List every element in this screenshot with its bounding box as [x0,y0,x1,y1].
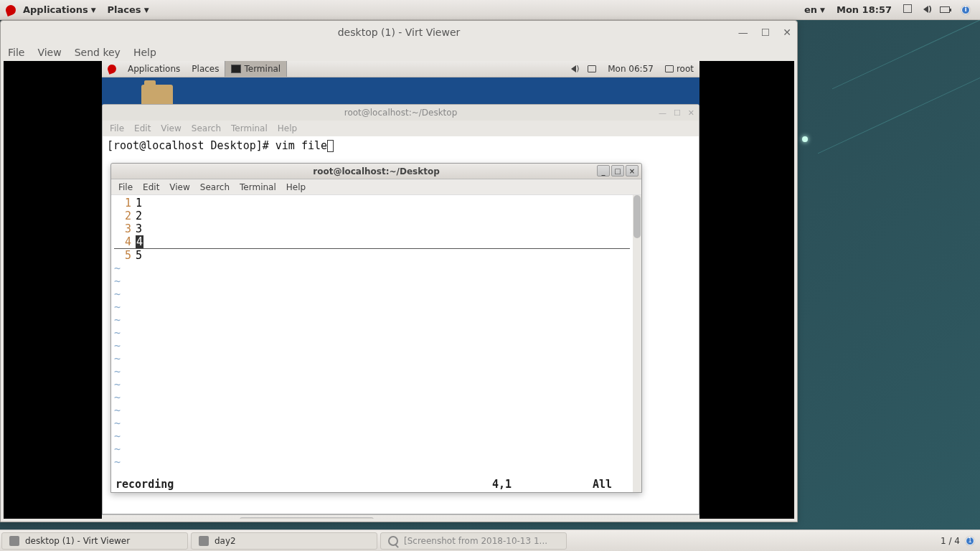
virt-viewer-icon [9,536,19,546]
host-taskbar: desktop (1) - Virt Viewer day2 [Screensh… [0,529,980,551]
host-task-item[interactable]: desktop (1) - Virt Viewer [1,532,188,550]
chevron-down-icon: ▼ [820,6,825,14]
vim-line: 33 [114,222,630,235]
task-label: desktop (1) - Virt Viewer [25,536,130,546]
guest-places-menu[interactable]: Places [186,61,225,77]
close-button[interactable]: ✕ [688,108,694,118]
vim-tilde: ~ [114,262,630,275]
menu-sendkey[interactable]: Send key [75,47,121,58]
guest-task-item[interactable]: root@localhost:~/Desktop [103,517,237,519]
guest-top-panel: Applications Places Terminal Mon 06:57 r… [102,61,699,77]
term1-titlebar[interactable]: root@localhost:~/Desktop — ☐ ✕ [103,105,699,121]
monitor-icon [665,65,674,72]
menu-edit[interactable]: Edit [143,182,159,192]
menu-help[interactable]: Help [278,123,297,133]
app-icon [199,536,209,546]
task-label: [Screenshot from 2018-10-13 1... [404,536,547,546]
guest-volume-icon[interactable] [565,61,582,77]
cursor-icon [327,140,334,152]
vim-line-cursor: 44 [114,235,630,249]
menu-terminal[interactable]: Terminal [240,182,276,192]
vim-tilde: ~ [114,314,630,326]
window-title: desktop (1) - Virt Viewer [338,27,461,38]
user-menu[interactable]: i [957,6,974,14]
minimize-button[interactable]: _ [597,165,610,176]
menu-search[interactable]: Search [192,123,221,133]
vim-tilde: ~ [114,288,630,301]
workspace-icon: 1 [966,537,974,545]
vim-tilde: ~ [114,301,630,314]
window-title: root@localhost:~/Desktop [313,166,440,176]
menu-help[interactable]: Help [133,47,156,58]
vim-cursor: 4 [136,235,143,248]
image-viewer-icon [388,536,398,546]
minimize-button[interactable]: — [738,27,748,38]
vim-tilde: ~ [114,365,630,378]
window-title: root@localhost:~/Desktop [344,108,458,118]
menu-edit[interactable]: Edit [134,123,151,133]
terminal-icon [231,65,241,73]
close-button[interactable]: ✕ [783,27,791,38]
host-applications-menu[interactable]: Applications ▼ [19,2,100,17]
host-workspace-indicator[interactable]: 1 / 4 1 [935,536,980,546]
term2-titlebar[interactable]: root@localhost:~/Desktop _ □ × [111,164,641,179]
volume-icon[interactable] [919,4,933,15]
terminal-window-vim: root@localhost:~/Desktop _ □ × File Edit… [110,163,642,493]
menu-file[interactable]: File [8,47,24,58]
task-label: day2 [215,536,236,546]
menu-view[interactable]: View [169,182,189,192]
lang-label: en [804,4,817,15]
virt-display-area[interactable]: Applications Places Terminal Mon 06:57 r… [4,61,794,519]
guest-task-item-active[interactable]: root@localhost:~/Desktop [240,517,373,519]
menu-help[interactable]: Help [286,182,306,192]
vim-tilde: ~ [114,326,630,339]
chevron-down-icon: ▼ [144,6,149,14]
guest-clock[interactable]: Mon 06:57 [602,61,659,77]
host-task-item[interactable]: day2 [191,532,377,550]
virt-menubar: File View Send key Help [1,44,797,61]
guest-terminal-task[interactable]: Terminal [225,61,287,77]
menu-file[interactable]: File [118,182,133,192]
vim-status-recording: recording [116,478,492,491]
guest-user-menu[interactable]: root [659,61,699,77]
vim-tilde: ~ [114,275,630,288]
scrollbar[interactable] [633,195,641,492]
host-clock[interactable]: Mon 18:57 [832,4,896,15]
virt-titlebar[interactable]: desktop (1) - Virt Viewer — ☐ ✕ [1,21,797,44]
close-button[interactable]: × [626,165,639,176]
battery-icon[interactable] [936,4,954,15]
user-label: root [677,64,694,74]
host-task-item[interactable]: [Screenshot from 2018-10-13 1... [380,532,567,550]
guest-applications-menu[interactable]: Applications [122,61,186,77]
task-label: Terminal [244,64,281,74]
menu-view[interactable]: View [161,123,181,133]
vim-editor-body[interactable]: 11 22 33 44 55 ~ ~ ~ ~ ~ ~ ~ ~ ~ ~ ~ ~ [111,195,641,492]
menu-label: Applications [23,4,88,15]
vim-line: 11 [114,197,630,209]
menu-file[interactable]: File [110,123,124,133]
host-places-menu[interactable]: Places ▼ [103,2,154,17]
guest-distro-icon[interactable] [102,61,122,77]
term2-menubar: File Edit View Search Terminal Help [111,179,641,195]
menu-view[interactable]: View [37,47,61,58]
vim-tilde: ~ [114,417,630,430]
guest-workspace-indicator[interactable]: 1 / 4 1 [651,517,698,519]
vim-tilde: ~ [114,443,630,456]
maximize-button[interactable]: ☐ [674,108,681,118]
vim-line: 22 [114,209,630,222]
menu-terminal[interactable]: Terminal [231,123,268,133]
menu-search[interactable]: Search [200,182,230,192]
term1-menubar: File Edit View Search Terminal Help [103,121,699,136]
terminal-prompt-line: [root@localhost Desktop]# vim file [107,139,327,152]
vim-line: 55 [114,249,630,262]
vim-status-position: 4,1 [492,478,593,491]
chevron-down-icon: ▼ [91,6,96,14]
vim-tilde: ~ [114,378,630,391]
guest-network-icon[interactable] [582,61,602,77]
vim-tilde: ~ [114,391,630,404]
maximize-button[interactable]: □ [611,165,624,176]
keyboard-lang-indicator[interactable]: en ▼ [800,4,829,15]
tray-display-icon[interactable] [899,4,916,15]
minimize-button[interactable]: — [659,108,666,118]
maximize-button[interactable]: ☐ [761,27,771,38]
